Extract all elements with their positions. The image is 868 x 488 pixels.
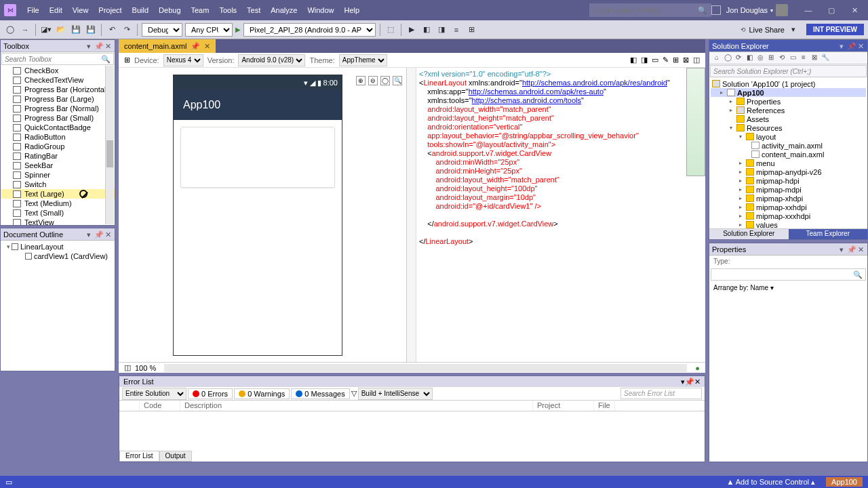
version-select[interactable]: Android 9.0 (v28) — [238, 54, 305, 66]
document-tab[interactable]: content_main.axml 📌 ✕ — [119, 39, 216, 53]
nav-back-button[interactable]: ◯ — [4, 24, 16, 36]
messages-filter[interactable]: 0 Messages — [291, 388, 349, 399]
outline-root[interactable]: ▾LinearLayout — [2, 242, 113, 251]
se-icon[interactable]: ◧ — [745, 54, 754, 63]
se-icon[interactable]: ◯ — [723, 54, 732, 63]
menu-analyze[interactable]: Analyze — [267, 4, 301, 16]
layout-icon-6[interactable]: ⊠ — [683, 56, 689, 64]
device-select[interactable]: Nexus 4 — [163, 54, 203, 66]
h-scrollbar[interactable] — [164, 364, 687, 372]
tb-icon-4[interactable]: ◨ — [435, 24, 448, 36]
build-filter[interactable]: Build + IntelliSense — [358, 388, 433, 400]
status-project[interactable]: App100 — [826, 477, 863, 487]
user-account[interactable]: Jon Douglas ▾ — [726, 4, 788, 16]
warnings-filter[interactable]: 0 Warnings — [234, 388, 290, 399]
tree-node[interactable]: ▾Resources — [711, 123, 866, 132]
se-icon[interactable]: ◎ — [755, 54, 765, 63]
quick-launch-input[interactable] — [593, 7, 698, 14]
pin-icon[interactable]: 📌 — [685, 378, 694, 386]
notification-icon[interactable] — [711, 5, 721, 15]
tb-icon-5[interactable]: ≡ — [450, 24, 462, 36]
target-select[interactable]: Pixel_2_API_28 (Android 9.0 - API 28) — [243, 23, 376, 37]
close-icon[interactable]: ✕ — [694, 378, 701, 386]
tree-node[interactable]: ▸Properties — [711, 97, 866, 106]
menu-window[interactable]: Window — [303, 4, 338, 16]
tb-icon-6[interactable]: ⊞ — [465, 24, 477, 36]
liveshare-button[interactable]: Live Share — [749, 26, 785, 34]
overlay-icon-2[interactable]: ⊖ — [368, 76, 378, 85]
tree-node[interactable]: ▸menu — [711, 159, 866, 167]
new-button[interactable]: ◪▾ — [40, 24, 52, 36]
layout-icon-3[interactable]: ▭ — [652, 56, 658, 64]
minimize-button[interactable]: — — [799, 6, 818, 15]
toolbox-item[interactable]: RadioButton — [1, 132, 115, 142]
outline-child[interactable]: cardView1 (CardView) — [2, 251, 113, 261]
toolbox-item[interactable]: Text (Large) — [1, 189, 115, 199]
project-node[interactable]: ▸App100 — [711, 88, 866, 97]
menu-file[interactable]: File — [23, 4, 43, 16]
tree-node[interactable]: content_main.axml — [711, 150, 866, 159]
toolbox-item[interactable]: Progress Bar (Small) — [1, 113, 115, 123]
se-icon[interactable]: ⟳ — [734, 54, 743, 63]
se-icon[interactable]: ▭ — [788, 54, 797, 63]
se-icon[interactable]: ≡ — [799, 54, 808, 63]
errorlist-search[interactable]: Search Error List — [620, 388, 702, 399]
col-file[interactable]: File — [594, 401, 615, 411]
prop-search[interactable]: 🔍 — [711, 268, 866, 281]
platform-select[interactable]: Any CPU — [185, 23, 233, 37]
toolbox-scrollbar[interactable] — [105, 66, 114, 224]
layout-icon-5[interactable]: ⊞ — [673, 56, 679, 64]
menu-edit[interactable]: Edit — [45, 4, 66, 16]
tab-pin-icon[interactable]: 📌 — [191, 42, 200, 51]
dropdown-icon[interactable]: ▾ — [837, 245, 846, 253]
dropdown-icon[interactable]: ▾ — [85, 230, 93, 239]
se-icon[interactable]: ⟲ — [777, 54, 787, 63]
code-editor[interactable]: <?xml version="1.0" encoding="utf-8"?> <… — [407, 68, 705, 362]
toolbox-item[interactable]: QuickContactBadge — [1, 123, 115, 132]
toolbox-item[interactable]: CheckBox — [1, 66, 115, 75]
open-button[interactable]: 📂 — [55, 24, 67, 36]
undo-button[interactable]: ↶ — [106, 24, 118, 36]
filter-icon[interactable]: ▽ — [351, 389, 357, 398]
tree-node[interactable]: ▸mipmap-xxxhdpi — [711, 211, 866, 220]
tb-icon-3[interactable]: ◧ — [420, 24, 433, 36]
overlay-icon-1[interactable]: ⊕ — [356, 76, 366, 85]
toolbox-item[interactable]: Spinner — [1, 170, 115, 180]
view-mode-icon[interactable]: ⊞ — [124, 56, 130, 64]
se-icon[interactable]: ⊠ — [810, 54, 819, 63]
layout-icon-2[interactable]: ◨ — [641, 56, 648, 64]
menu-project[interactable]: Project — [94, 4, 125, 16]
toolbox-search[interactable] — [5, 56, 101, 63]
toolbox-item[interactable]: Text (Small) — [1, 208, 115, 218]
close-icon[interactable]: ✕ — [856, 42, 865, 50]
save-all-button[interactable]: 💾 — [85, 24, 97, 36]
add-source-control[interactable]: ▲ Add to Source Control ▴ — [726, 478, 815, 487]
close-button[interactable]: ✕ — [845, 6, 864, 15]
pin-icon[interactable]: 📌 — [847, 42, 855, 50]
col-code[interactable]: Code — [140, 401, 180, 411]
tab-close-icon[interactable]: ✕ — [204, 42, 210, 51]
tree-node[interactable]: ▸mipmap-mdpi — [711, 185, 866, 194]
menu-view[interactable]: View — [68, 4, 93, 16]
tree-node[interactable]: ▸mipmap-xxhdpi — [711, 203, 866, 211]
tab-errorlist[interactable]: Error List — [119, 451, 159, 462]
solexp-search[interactable]: Search Solution Explorer (Ctrl+;) — [710, 65, 867, 77]
tree-node[interactable]: ▸mipmap-anydpi-v26 — [711, 167, 866, 176]
layout-icon-1[interactable]: ◧ — [630, 56, 637, 64]
layout-icon-7[interactable]: ◫ — [693, 56, 700, 64]
menu-build[interactable]: Build — [128, 4, 153, 16]
dropdown-icon[interactable]: ▾ — [837, 42, 846, 50]
menu-test[interactable]: Test — [243, 4, 264, 16]
tree-node[interactable]: ▸mipmap-xhdpi — [711, 194, 866, 203]
toolbox-item[interactable]: RatingBar — [1, 151, 115, 161]
tb-icon-2[interactable]: ▶ — [406, 24, 418, 36]
col-desc[interactable]: Description — [180, 401, 533, 411]
toolbox-item[interactable]: CheckedTextView — [1, 75, 115, 85]
tree-node[interactable]: ▸values — [711, 220, 866, 228]
settings-icon[interactable]: ▾ — [787, 24, 800, 36]
pin-icon[interactable]: 📌 — [94, 42, 102, 50]
tree-node[interactable]: Assets — [711, 115, 866, 123]
se-icon[interactable]: 🔧 — [821, 54, 830, 63]
se-icon[interactable]: ⊞ — [766, 54, 776, 63]
toolbox-item[interactable]: Progress Bar (Normal) — [1, 104, 115, 113]
